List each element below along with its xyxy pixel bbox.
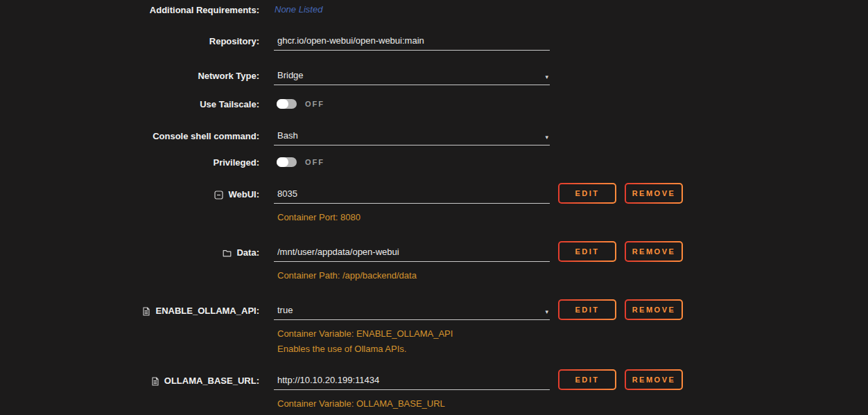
remove-button-label: REMOVE [626, 371, 682, 389]
remove-button-label: REMOVE [626, 301, 682, 319]
row-buttons: EDITREMOVE [558, 299, 868, 320]
select-dropdown[interactable]: Bridge ▾ [274, 67, 550, 85]
field-label: Data: [236, 247, 259, 258]
field-label-cell: Repository: [0, 36, 274, 51]
toggle-switch[interactable] [277, 157, 297, 167]
text-input[interactable] [274, 35, 550, 48]
field-label-cell: Network Type: [0, 71, 274, 85]
field-description: Container Port: 8080 [277, 210, 550, 225]
file-text-icon [142, 307, 150, 316]
remove-button[interactable]: REMOVE [625, 299, 683, 320]
static-value: None Listed [274, 3, 550, 17]
field-descriptions: Container Variable: ENABLE_OLLAMA_APIEna… [274, 326, 550, 357]
folder-icon [223, 249, 232, 258]
chevron-down-icon: ▾ [545, 309, 548, 315]
text-input-field [274, 186, 550, 204]
text-input[interactable] [274, 188, 550, 201]
field-control [274, 372, 550, 390]
edit-button-label: EDIT [559, 242, 615, 261]
text-input-field [274, 244, 550, 262]
text-input-field [274, 33, 550, 51]
field-control [274, 33, 550, 51]
field-label: Privileged: [214, 157, 259, 168]
toggle-row: OFF [274, 98, 550, 109]
remove-button-label: REMOVE [626, 242, 682, 261]
field-control: true ▾ [274, 302, 550, 320]
text-input[interactable] [274, 375, 550, 387]
field-description: Container Variable: OLLAMA_BASE_URL [277, 396, 550, 412]
select-value: Bash [274, 130, 298, 143]
chevron-down-icon: ▾ [545, 134, 548, 141]
row-buttons: EDITREMOVE [558, 241, 868, 262]
field-descriptions: Container Port: 8080 [274, 210, 550, 225]
select-value: Bridge [274, 70, 304, 82]
field-description: Container Variable: ENABLE_OLLAMA_API [277, 326, 550, 342]
field-label-cell: WebUI: [0, 189, 274, 204]
edit-button[interactable]: EDIT [558, 299, 616, 320]
form-row: Network Type: Bridge ▾ [0, 67, 868, 85]
edit-button-label: EDIT [559, 371, 615, 389]
select-value: true [274, 305, 293, 317]
docker-template-page: Additional Requirements: None Listed Rep… [0, 0, 868, 415]
field-label-cell: Additional Requirements: [0, 5, 274, 15]
field-control: None Listed [274, 3, 550, 17]
minus-square-icon [214, 191, 223, 200]
field-label-cell: ENABLE_OLLAMA_API: [0, 306, 274, 320]
field-label: ENABLE_OLLAMA_API: [155, 306, 259, 316]
form-row: OLLAMA_BASE_URL: EDITREMOVE Container Va… [0, 369, 868, 412]
field-label-cell: Data: [0, 247, 274, 262]
row-buttons: EDITREMOVE [558, 183, 868, 204]
form-row: Repository: [0, 33, 868, 51]
field-description: Enables the use of Ollama APIs. [277, 342, 550, 357]
form-row: Privileged: OFF [0, 157, 868, 168]
field-label-cell: Console shell command: [0, 131, 274, 145]
form-row: Additional Requirements: None Listed [0, 3, 868, 17]
field-control: OFF [274, 157, 550, 168]
field-control: OFF [274, 98, 550, 109]
form-row: Use Tailscale: OFF [0, 98, 868, 109]
field-label: OLLAMA_BASE_URL: [164, 376, 259, 386]
edit-button-label: EDIT [559, 184, 615, 202]
remove-button[interactable]: REMOVE [625, 241, 683, 262]
toggle-state-label: OFF [305, 158, 324, 166]
form-row: Data: EDITREMOVE Container Path: /app/ba… [0, 241, 868, 283]
field-label: Use Tailscale: [200, 99, 259, 109]
form-row: ENABLE_OLLAMA_API: true ▾ EDITREMOVE Con… [0, 299, 868, 357]
field-descriptions: Container Variable: OLLAMA_BASE_URL [274, 396, 550, 412]
field-label-cell: Use Tailscale: [0, 99, 274, 109]
docker-template-form: Additional Requirements: None Listed Rep… [0, 0, 868, 412]
remove-button-label: REMOVE [626, 184, 682, 202]
row-buttons: EDITREMOVE [558, 369, 868, 390]
edit-button[interactable]: EDIT [558, 241, 616, 262]
field-control [274, 186, 550, 204]
field-control: Bash ▾ [274, 127, 550, 145]
form-row: Console shell command: Bash ▾ [0, 127, 868, 145]
field-description: Container Path: /app/backend/data [277, 268, 550, 283]
field-control: Bridge ▾ [274, 67, 550, 85]
select-dropdown[interactable]: true ▾ [274, 302, 550, 320]
toggle-knob [277, 99, 288, 109]
field-control [274, 244, 550, 262]
field-label: Network Type: [198, 71, 259, 81]
toggle-knob [277, 157, 288, 167]
select-dropdown[interactable]: Bash ▾ [274, 127, 550, 145]
edit-button-label: EDIT [559, 301, 615, 319]
field-label-cell: Privileged: [0, 157, 274, 168]
file-text-icon [151, 377, 159, 386]
text-input-field [274, 372, 550, 390]
edit-button[interactable]: EDIT [558, 183, 616, 204]
form-row: WebUI: EDITREMOVE Container Port: 8080 [0, 183, 868, 225]
field-label: Additional Requirements: [150, 5, 259, 15]
chevron-down-icon: ▾ [545, 74, 548, 80]
edit-button[interactable]: EDIT [558, 369, 616, 390]
field-label: WebUI: [228, 189, 259, 200]
field-label: Repository: [209, 36, 259, 46]
field-label: Console shell command: [153, 131, 259, 141]
toggle-row: OFF [274, 157, 550, 168]
field-label-cell: OLLAMA_BASE_URL: [0, 376, 274, 390]
text-input[interactable] [274, 247, 550, 259]
toggle-switch[interactable] [277, 99, 297, 109]
remove-button[interactable]: REMOVE [625, 369, 683, 390]
toggle-state-label: OFF [305, 100, 324, 108]
remove-button[interactable]: REMOVE [625, 183, 683, 204]
